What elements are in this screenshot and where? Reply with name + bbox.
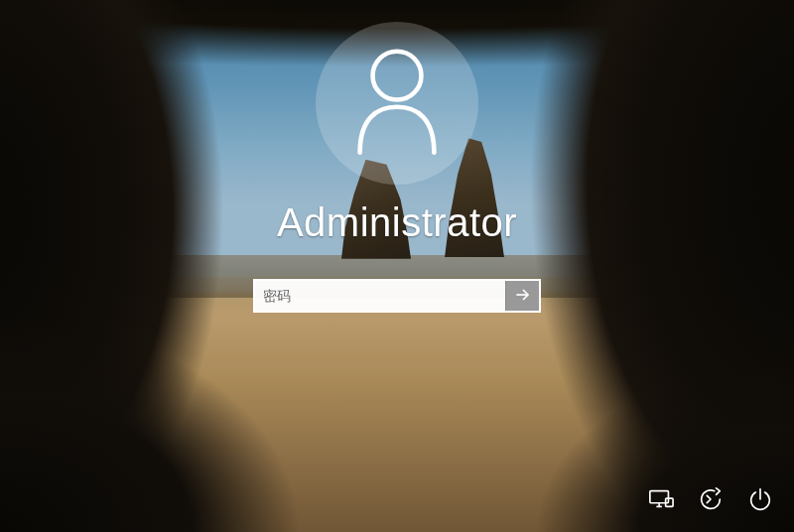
username-label: Administrator xyxy=(277,200,517,245)
power-icon xyxy=(747,486,773,515)
ease-of-access-button[interactable] xyxy=(697,486,725,514)
submit-button[interactable] xyxy=(505,281,539,311)
network-button[interactable] xyxy=(647,486,675,514)
ease-of-access-icon xyxy=(698,486,724,515)
system-actions xyxy=(647,486,774,514)
arrow-right-icon xyxy=(513,285,533,308)
network-icon xyxy=(648,486,674,515)
user-icon xyxy=(351,47,443,160)
power-button[interactable] xyxy=(746,486,774,514)
svg-point-0 xyxy=(373,52,422,100)
user-avatar xyxy=(316,22,478,185)
password-row xyxy=(253,279,541,313)
password-input[interactable] xyxy=(255,281,505,311)
login-panel: Administrator xyxy=(0,0,794,313)
